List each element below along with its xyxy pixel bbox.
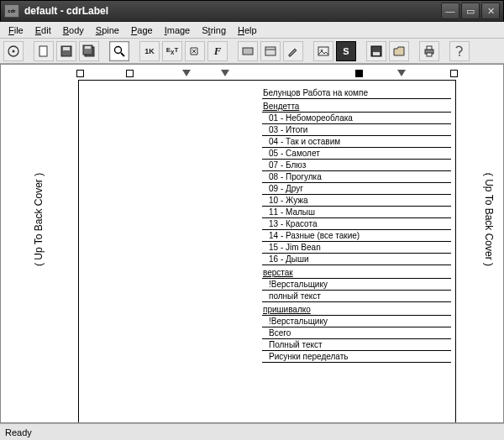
- ruler: [1, 70, 503, 78]
- 1k-label: 1K: [144, 47, 155, 55]
- ruler-handle[interactable]: [126, 70, 134, 77]
- close-button[interactable]: ✕: [481, 3, 500, 19]
- 1k-button[interactable]: 1K: [139, 41, 160, 61]
- track-row[interactable]: 13 - Красота: [262, 218, 451, 230]
- track-row[interactable]: 05 - Самолет: [262, 148, 451, 160]
- print-icon[interactable]: [419, 41, 439, 61]
- track-row[interactable]: Полный текст: [262, 339, 451, 351]
- menu-file-label: ile: [14, 25, 24, 35]
- tool-script-icon[interactable]: [185, 41, 205, 61]
- menu-string[interactable]: String: [197, 24, 231, 37]
- svg-point-20: [459, 55, 460, 56]
- svg-point-8: [115, 46, 122, 53]
- svg-rect-2: [39, 46, 47, 56]
- edit-icon[interactable]: [283, 41, 303, 61]
- track-row[interactable]: полный текст: [262, 291, 451, 302]
- track-row[interactable]: 10 - Жужа: [262, 195, 451, 207]
- svg-rect-13: [318, 47, 328, 55]
- menu-page[interactable]: Page: [126, 24, 158, 37]
- font-icon[interactable]: F: [207, 41, 228, 61]
- ext-button[interactable]: EXT: [162, 41, 182, 61]
- svg-rect-10: [243, 48, 253, 55]
- ext-label: EXT: [166, 46, 179, 55]
- save-icon[interactable]: [56, 41, 76, 61]
- maximize-button[interactable]: ▭: [461, 3, 480, 19]
- disk-icon[interactable]: [366, 41, 386, 61]
- ruler-marker-icon: [397, 70, 406, 76]
- s-button[interactable]: S: [336, 41, 356, 61]
- svg-rect-4: [63, 47, 70, 50]
- menu-string-label: String: [202, 25, 226, 35]
- ruler-handle[interactable]: [76, 70, 84, 77]
- track-row[interactable]: Всего: [262, 327, 451, 339]
- track-row[interactable]: 14 - Разные (все такие): [262, 230, 451, 242]
- ruler-handle-active[interactable]: [355, 70, 363, 77]
- menu-body[interactable]: Body: [58, 24, 89, 37]
- menu-help-label: elp: [244, 25, 257, 35]
- svg-rect-16: [373, 52, 380, 55]
- workspace[interactable]: ( Up To Back Cover ) ( Up To Back Cover …: [0, 64, 504, 423]
- menubar: File Edit Body Spine Page Image String H…: [0, 22, 504, 39]
- ruler-handle[interactable]: [450, 70, 458, 77]
- group-header[interactable]: пришивалко: [262, 304, 451, 316]
- image-icon[interactable]: [313, 41, 333, 61]
- ruler-marker-icon: [221, 70, 229, 76]
- help-icon[interactable]: [449, 41, 470, 61]
- track-row[interactable]: 09 - Друг: [262, 183, 451, 195]
- track-row[interactable]: 07 - Блюз: [262, 160, 451, 171]
- right-side-label: ( Up To Back Cover ): [483, 173, 495, 266]
- new-icon[interactable]: [34, 41, 54, 61]
- menu-help[interactable]: Help: [233, 24, 262, 37]
- svg-point-1: [13, 50, 15, 52]
- svg-rect-11: [265, 47, 276, 55]
- window-icon[interactable]: [260, 41, 281, 61]
- minimize-button[interactable]: —: [441, 3, 459, 19]
- ruler-marker-icon: [182, 70, 191, 76]
- svg-rect-18: [427, 46, 432, 50]
- track-row[interactable]: 16 - Дыши: [262, 254, 451, 265]
- toolbar: 1K EXT F S: [0, 39, 504, 64]
- menu-image[interactable]: Image: [160, 24, 196, 37]
- menu-spine[interactable]: Spine: [91, 24, 124, 37]
- menu-body-label: ody: [69, 25, 84, 35]
- track-row[interactable]: 01 - Небомореоблака: [262, 113, 451, 124]
- group-header[interactable]: Вендетта: [262, 101, 451, 113]
- track-list: Белунцов Работа на компе Вендетта 01 - Н…: [262, 87, 451, 363]
- statusbar: Ready: [0, 423, 504, 440]
- track-row[interactable]: 08 - Прогулка: [262, 171, 451, 183]
- menu-page-label: age: [137, 25, 152, 35]
- track-row[interactable]: 03 - Итоги: [262, 124, 451, 136]
- track-row[interactable]: 04 - Так и оставим: [262, 136, 451, 148]
- svg-rect-7: [85, 46, 91, 49]
- titlebar: cdr default - cdrLabel — ▭ ✕: [0, 0, 504, 22]
- svg-line-9: [121, 53, 124, 56]
- track-row[interactable]: Рисунки переделать: [262, 351, 451, 363]
- label-page[interactable]: Белунцов Работа на компе Вендетта 01 - Н…: [78, 80, 456, 423]
- track-row[interactable]: 15 - Jim Bean: [262, 242, 451, 254]
- svg-rect-19: [427, 53, 432, 56]
- save-all-icon[interactable]: [79, 41, 99, 61]
- status-text: Ready: [5, 427, 32, 437]
- track-row[interactable]: !Верстальщику: [262, 279, 451, 291]
- disc-icon[interactable]: [3, 41, 24, 61]
- group-header[interactable]: верстак: [262, 267, 451, 279]
- zoom-icon[interactable]: [109, 41, 129, 61]
- menu-edit[interactable]: Edit: [30, 24, 56, 37]
- track-row[interactable]: 11 - Малыш: [262, 207, 451, 218]
- palette-icon[interactable]: [238, 41, 258, 61]
- menu-spine-label: pine: [102, 25, 119, 35]
- track-row[interactable]: !Верстальщику: [262, 316, 451, 327]
- left-side-label: ( Up To Back Cover ): [33, 173, 45, 266]
- open-icon[interactable]: [389, 41, 409, 61]
- app-icon: cdr: [4, 4, 19, 18]
- window-buttons: — ▭ ✕: [441, 3, 500, 19]
- menu-edit-label: dit: [41, 25, 51, 35]
- group-header[interactable]: Белунцов Работа на компе: [262, 87, 451, 99]
- menu-file[interactable]: File: [3, 24, 29, 37]
- menu-image-label: mage: [167, 25, 191, 35]
- window-title: default - cdrLabel: [24, 5, 441, 17]
